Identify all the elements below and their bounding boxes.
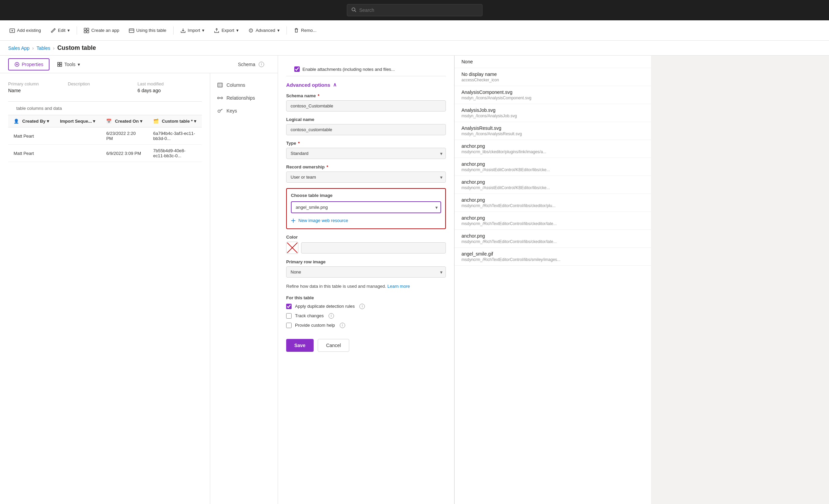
dropdown-item[interactable]: None [455,56,651,68]
breadcrumb: Sales App › Tables › Custom table [0,41,829,56]
last-modified-label: Last modified [137,81,201,86]
advanced-options-toggle[interactable]: Advanced options ∧ [286,82,446,88]
tools-chevron-icon: ▾ [78,62,80,67]
color-label: Color [286,235,446,240]
col-created-by[interactable]: 👤 Created By ▾ [8,115,55,127]
dropdown-item[interactable]: anchor.png msdyncrm_/AssistEditControl/K… [455,176,651,194]
svg-rect-5 [84,28,86,30]
remove-button[interactable]: Remo... [290,26,321,35]
track-changes-item: Track changes i [286,313,446,319]
add-existing-button[interactable]: Add existing [5,26,45,35]
search-box[interactable] [347,4,482,16]
cancel-button[interactable]: Cancel [318,339,350,352]
new-resource-button[interactable]: New image web resource [291,217,441,224]
separator-2 [173,26,174,35]
search-input[interactable] [359,7,478,13]
provide-custom-help-checkbox[interactable] [286,323,292,328]
color-input[interactable] [301,242,446,254]
dropdown-item-name: No display name [461,72,644,77]
advanced-button[interactable]: Advanced ▾ [244,26,284,35]
schema-name-input[interactable] [286,100,446,112]
cell-created-on: 6/23/2022 2:20 PM [101,127,147,145]
provide-custom-help-info-icon: i [340,323,345,328]
learn-more-link[interactable]: Learn more [388,284,410,289]
svg-rect-7 [84,31,86,33]
tab-properties[interactable]: Properties [8,58,50,70]
dropdown-item[interactable]: AnalysisComponent.svg msdyn_/Icons/Analy… [455,86,651,104]
using-this-table-button[interactable]: Using this table [125,26,171,35]
dropdown-item-path: msdyn_/Icons/AnalysisResult.svg [461,132,644,136]
type-select[interactable]: Standard Activity Virtual [286,148,446,159]
track-changes-checkbox[interactable] [286,313,292,319]
col-sort-icon-3: ▾ [140,119,142,124]
svg-rect-6 [87,28,89,30]
create-app-button[interactable]: Create an app [80,26,123,35]
schema-name-required: * [318,93,319,98]
dropdown-item-path: msdyncrm_/RichTextEditorControl/libs/cke… [461,239,644,244]
export-button[interactable]: Export ▾ [210,26,243,35]
last-modified-value: 6 days ago [137,88,201,93]
separator-1 [77,26,77,35]
record-ownership-group: Record ownership * User or team Organiza… [286,164,446,183]
dropdown-item-path: msdyncrm_/RichTextEditorControl/libs/cke… [461,221,644,226]
color-swatch[interactable] [286,242,298,254]
enable-attachments-checkbox[interactable] [294,66,300,72]
advanced-chevron-icon: ▾ [277,28,280,33]
dropdown-item[interactable]: anchor.png msdyncrm_/RichTextEditorContr… [455,194,651,212]
logical-name-label: Logical name [286,117,446,122]
schema-nav-keys[interactable]: Keys [210,104,278,117]
breadcrumb-app[interactable]: Sales App [8,45,29,51]
col-created-on[interactable]: 📅 Created On ▾ [101,115,147,127]
image-select-wrapper: angel_smile.png ▾ [291,201,441,213]
dropdown-item[interactable]: anchor.png msdyncrm_libs/ckeditor/plugin… [455,140,651,158]
tab-bar: Properties Tools ▾ Schema i [0,56,278,73]
svg-point-26 [217,97,219,99]
save-button[interactable]: Save [286,339,314,352]
col-custom-table[interactable]: 🗂️ Custom table * ▾ [148,115,202,127]
primary-row-image-select[interactable]: None [286,266,446,278]
dropdown-item[interactable]: AnalysisResult.svg msdyn_/Icons/Analysis… [455,122,651,140]
apply-duplicate-label: Apply duplicate detection rules [295,304,355,309]
col-sort-icon-4: ▾ [194,119,196,124]
schema-info-icon: i [259,62,264,67]
breadcrumb-current: Custom table [57,44,96,52]
separator-3 [287,26,287,35]
record-ownership-label: Record ownership * [286,164,446,169]
dropdown-item[interactable]: anchor.png msdyncrm_/RichTextEditorContr… [455,212,651,230]
dropdown-panel: None No display name accessChecker_icon … [454,56,651,504]
dropdown-item[interactable]: anchor.png msdyncrm_/RichTextEditorContr… [455,230,651,248]
breadcrumb-tables[interactable]: Tables [37,45,50,51]
edit-button[interactable]: Edit ▾ [46,26,74,35]
svg-rect-9 [129,29,134,33]
dropdown-item[interactable]: angel_smile.gif msdyncrm_/RichTextEditor… [455,248,651,266]
apply-duplicate-checkbox[interactable] [286,304,292,309]
image-select[interactable]: angel_smile.png [291,201,441,213]
dropdown-item[interactable]: AnalysisJob.svg msdyn_/Icons/AnalysisJob… [455,104,651,122]
provide-custom-help-item: Provide custom help i [286,323,446,328]
svg-line-1 [355,11,356,12]
main-layout: Properties Tools ▾ Schema i Primary colu… [0,56,829,504]
tab-tools[interactable]: Tools ▾ [51,58,86,70]
dropdown-item[interactable]: anchor.png msdyncrm_/AssistEditControl/K… [455,158,651,176]
svg-point-0 [352,8,355,11]
relationships-label: Relationships [226,95,255,101]
data-table: 👤 Created By ▾ Import Seque... ▾ 📅 Creat… [8,115,202,162]
breadcrumb-sep-1: › [32,45,34,51]
import-button[interactable]: Import ▾ [176,26,209,35]
record-ownership-select[interactable]: User or team Organization [286,172,446,183]
cell-custom-table: 7b55b4d9-40e8-ec11-bb3c-0... [148,145,202,162]
schema-nav-relationships[interactable]: Relationships [210,92,278,104]
table-row: Matt Peart 6/23/2022 2:20 PM 6a794b4c-3a… [8,127,202,145]
keys-label: Keys [226,108,237,114]
col-import-seq[interactable]: Import Seque... ▾ [55,115,101,127]
track-changes-label: Track changes [295,313,324,318]
edit-chevron-icon: ▾ [67,28,70,33]
import-chevron-icon: ▾ [202,28,204,33]
dropdown-item[interactable]: No display name accessChecker_icon [455,68,651,86]
refine-text: Refine how data in this table is used an… [286,283,446,290]
schema-nav-columns[interactable]: Columns [210,79,278,92]
logical-name-input[interactable] [286,124,446,135]
svg-point-27 [221,97,222,99]
type-required: * [298,141,300,146]
description-label: Description [68,81,132,86]
